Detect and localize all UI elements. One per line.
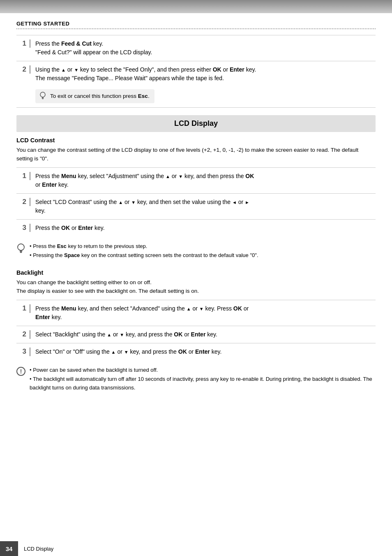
arrow-down-icon [124, 348, 129, 355]
footer-bar: 34 LCD Display [0, 541, 392, 556]
svg-rect-2 [42, 99, 44, 100]
svg-rect-1 [42, 97, 44, 98]
backlight-step-1-content: Press the Menu key, and then select "Adv… [35, 304, 376, 322]
lcd-contrast-tips: • Press the Esc key to return to the pre… [16, 240, 376, 263]
getting-started-section: GETTING STARTED 1 Press the Feed & Cut k… [16, 21, 376, 108]
backlight-warnings: ! • Power can be saved when the backligh… [16, 364, 376, 395]
page-number: 34 [0, 541, 18, 556]
arrow-up-icon [187, 305, 191, 312]
step-number-1: 1 [16, 39, 30, 48]
lcd-contrast-step-1: 1 Press the Menu key, select "Adjustment… [16, 167, 376, 193]
lcd-display-section: LCD Display LCD Contrast You can change … [16, 108, 376, 401]
arrow-down-icon [178, 173, 183, 179]
arrow-left-icon [232, 199, 237, 205]
step-number-3: 3 [16, 224, 30, 232]
step-1-content: Press the Feed & Cut key. "Feed & Cut?" … [35, 39, 376, 57]
svg-point-4 [18, 244, 24, 250]
backlight-subsection: Backlight You can change the backlight s… [16, 269, 376, 395]
warning-icon-wrap: ! [16, 366, 30, 376]
step-number-3: 3 [16, 348, 30, 356]
backlight-step-2-content: Select "Backlight" using the or key, and… [35, 330, 376, 339]
step-content-2: Select "LCD Contrast" using the or key, … [35, 198, 376, 215]
arrow-right-icon [245, 199, 249, 205]
warning-icon: ! [16, 367, 25, 376]
svg-rect-5 [20, 251, 22, 252]
page-wrapper: GETTING STARTED 1 Press the Feed & Cut k… [0, 0, 392, 556]
tip-icon-wrap [16, 242, 30, 252]
arrow-up-icon [107, 331, 111, 338]
footer-label: LCD Display [18, 546, 53, 552]
lcd-contrast-subsection: LCD Contrast You can change the contrast… [16, 137, 376, 263]
backlight-step-2: 2 Select "Backlight" using the or key, a… [16, 326, 376, 343]
arrow-up-icon [61, 66, 66, 73]
backlight-description: You can change the backlight setting eit… [16, 278, 376, 296]
getting-started-step-2: 2 Using the or key to select the "Feed O… [16, 61, 376, 108]
step-number-1: 1 [16, 304, 30, 313]
backlight-title: Backlight [16, 269, 376, 276]
note-box-exit: To exit or cancel this function press Es… [35, 89, 154, 103]
lcd-contrast-description: You can change the contrast setting of t… [16, 146, 376, 163]
dotted-divider [16, 28, 376, 29]
arrow-down-icon [120, 331, 124, 338]
step-number-2: 2 [16, 65, 30, 74]
step-number-1: 1 [16, 172, 30, 180]
backlight-warnings-text: • Power can be saved when the backlight … [30, 366, 376, 392]
arrow-down-icon [74, 66, 78, 73]
tip-bulb-icon [16, 243, 25, 254]
arrow-down-icon [131, 199, 136, 205]
note-text: To exit or cancel this function press Es… [50, 93, 150, 99]
backlight-step-3-content: Select "On" or "Off" using the or key, a… [35, 348, 376, 356]
lcd-contrast-step-3: 3 Press the OK or Enter key. [16, 219, 376, 236]
step-2-content: Using the or key to select the "Feed Onl… [35, 65, 256, 83]
svg-rect-6 [20, 252, 22, 253]
lcd-contrast-step-2: 2 Select "LCD Contrast" using the or key… [16, 193, 376, 219]
backlight-step-1: 1 Press the Menu key, and then select "A… [16, 300, 376, 326]
top-header-bar [0, 0, 392, 13]
getting-started-title: GETTING STARTED [16, 21, 376, 27]
arrow-up-icon [118, 199, 123, 205]
step-content-3: Press the OK or Enter key. [35, 224, 376, 232]
content-area: GETTING STARTED 1 Press the Feed & Cut k… [0, 13, 392, 556]
lcd-contrast-tips-text: • Press the Esc key to return to the pre… [30, 242, 258, 260]
arrow-up-icon [111, 348, 116, 355]
step-content-1: Press the Menu key, select "Adjustment" … [35, 172, 376, 189]
svg-point-0 [40, 92, 45, 97]
step-number-2: 2 [16, 198, 30, 206]
backlight-step-3: 3 Select "On" or "Off" using the or key,… [16, 343, 376, 360]
lcd-display-title: LCD Display [16, 115, 376, 132]
arrow-up-icon [166, 173, 170, 179]
tip-lightbulb-icon [39, 91, 47, 100]
arrow-down-icon [199, 305, 204, 312]
getting-started-step-1: 1 Press the Feed & Cut key. "Feed & Cut?… [16, 35, 376, 61]
lcd-contrast-title: LCD Contrast [16, 137, 376, 144]
step-number-2: 2 [16, 330, 30, 338]
